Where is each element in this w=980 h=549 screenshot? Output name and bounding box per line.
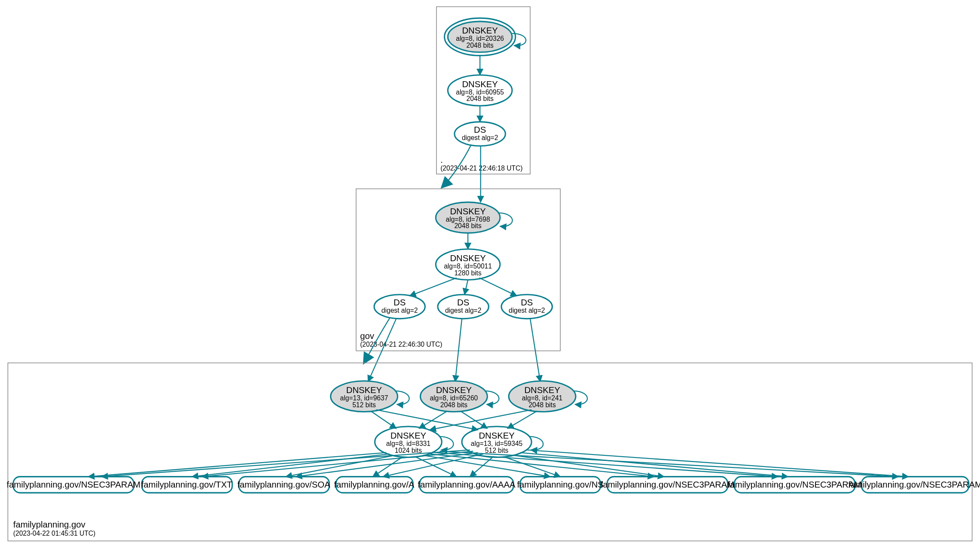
zone-gov-label: gov (360, 331, 375, 341)
node-rr-a: familyplanning.gov/A (334, 477, 414, 493)
node-gov-zsk: DNSKEY alg=8, id=50011 1280 bits (436, 249, 500, 280)
svg-text:alg=8, id=50011: alg=8, id=50011 (444, 262, 492, 270)
svg-text:digest alg=2: digest alg=2 (445, 307, 481, 314)
node-root-ksk: DNSKEY alg=8, id=20326 2048 bits (445, 18, 526, 55)
svg-text:2048 bits: 2048 bits (454, 222, 481, 229)
svg-text:DS: DS (457, 298, 469, 307)
node-rr-txt: familyplanning.gov/TXT (141, 477, 232, 493)
svg-line-83 (102, 450, 470, 476)
node-fp-ksk3: DNSKEY alg=8, id=241 2048 bits (509, 381, 587, 412)
node-fp-ksk1: DNSKEY alg=13, id=9637 512 bits (331, 381, 409, 412)
svg-line-84 (192, 454, 390, 477)
svg-text:DNSKEY: DNSKEY (436, 385, 472, 395)
svg-text:alg=8, id=7698: alg=8, id=7698 (446, 216, 490, 223)
node-root-zsk: DNSKEY alg=8, id=60955 2048 bits (448, 75, 512, 106)
svg-line-96 (435, 453, 778, 477)
node-fp-ksk2: DNSKEY alg=8, id=65260 2048 bits (420, 381, 499, 412)
svg-text:DNSKEY: DNSKEY (391, 431, 427, 440)
svg-text:familyplanning.gov/NS: familyplanning.gov/NS (517, 480, 603, 489)
svg-text:alg=8, id=60955: alg=8, id=60955 (456, 88, 504, 96)
node-rr-aaaa: familyplanning.gov/AAAA (418, 477, 516, 493)
node-gov-ds1: DS digest alg=2 (374, 295, 425, 319)
zone-fp-label: familyplanning.gov (13, 520, 86, 529)
svg-text:DS: DS (521, 298, 533, 307)
dnssec-diagram: . (2023-04-21 22:46:18 UTC) DNSKEY alg=8… (0, 0, 980, 549)
svg-text:DS: DS (474, 125, 486, 134)
svg-text:1024 bits: 1024 bits (395, 447, 422, 454)
node-gov-ksk: DNSKEY alg=8, id=7698 2048 bits (436, 202, 512, 233)
zone-root: . (2023-04-21 22:46:18 UTC) DNSKEY alg=8… (437, 7, 530, 174)
svg-text:alg=13, id=59345: alg=13, id=59345 (471, 440, 523, 447)
svg-text:DNSKEY: DNSKEY (450, 207, 486, 216)
svg-text:alg=8, id=65260: alg=8, id=65260 (430, 394, 478, 402)
svg-line-97 (520, 453, 788, 477)
svg-text:familyplanning.gov/A: familyplanning.gov/A (334, 480, 414, 489)
svg-text:DNSKEY: DNSKEY (462, 79, 498, 89)
svg-line-98 (440, 451, 899, 476)
svg-line-35 (464, 280, 468, 294)
svg-text:alg=13, id=9637: alg=13, id=9637 (340, 394, 388, 402)
node-gov-ds3: DS digest alg=2 (501, 295, 552, 319)
node-root-ds: DS digest alg=2 (455, 122, 505, 146)
edge-gov-ds3-to-fp (530, 319, 540, 382)
svg-text:digest alg=2: digest alg=2 (509, 307, 545, 314)
svg-line-61 (461, 411, 487, 429)
svg-line-60 (419, 411, 447, 429)
svg-text:DNSKEY: DNSKEY (346, 385, 382, 395)
zone-fp-timestamp: (2023-04-22 01:45:31 UTC) (13, 530, 95, 537)
node-rr-nsec3param-1: familyplanning.gov/NSEC3PARAM (6, 477, 140, 493)
svg-line-36 (479, 278, 517, 296)
svg-text:alg=8, id=241: alg=8, id=241 (522, 394, 562, 402)
svg-text:2048 bits: 2048 bits (528, 401, 556, 409)
node-gov-ds2: DS digest alg=2 (438, 295, 488, 319)
svg-text:familyplanning.gov/NSEC3PARAM: familyplanning.gov/NSEC3PARAM (601, 480, 734, 489)
svg-text:DNSKEY: DNSKEY (479, 431, 515, 440)
edge-gov-ds1-to-fp (368, 319, 396, 382)
node-rr-nsec3param-4: familyplanning.gov/NSEC3PARAM (848, 477, 980, 493)
svg-text:familyplanning.gov/TXT: familyplanning.gov/TXT (141, 480, 232, 489)
zone-root-label: . (440, 155, 443, 165)
zone-root-timestamp: (2023-04-21 22:46:18 UTC) (440, 165, 522, 172)
svg-text:DS: DS (394, 298, 406, 307)
edge-gov-ds2-to-fp (455, 319, 462, 382)
svg-text:DNSKEY: DNSKEY (524, 385, 560, 395)
svg-text:familyplanning.gov/NSEC3PARAM: familyplanning.gov/NSEC3PARAM (728, 480, 861, 489)
svg-text:512 bits: 512 bits (485, 447, 509, 454)
svg-text:digest alg=2: digest alg=2 (462, 134, 498, 141)
svg-text:DNSKEY: DNSKEY (450, 253, 486, 263)
node-rr-nsec3param-3: familyplanning.gov/NSEC3PARAM (728, 477, 861, 493)
svg-text:alg=8, id=8331: alg=8, id=8331 (386, 440, 430, 447)
svg-text:2048 bits: 2048 bits (440, 401, 467, 409)
svg-text:familyplanning.gov/AAAA: familyplanning.gov/AAAA (418, 480, 516, 489)
svg-text:2048 bits: 2048 bits (467, 42, 494, 49)
svg-text:familyplanning.gov/SOA: familyplanning.gov/SOA (237, 480, 330, 489)
svg-line-34 (409, 278, 456, 296)
svg-line-58 (371, 411, 396, 429)
svg-text:512 bits: 512 bits (352, 401, 376, 409)
node-rr-ns: familyplanning.gov/NS (517, 477, 603, 493)
zone-familyplanning: familyplanning.gov (2023-04-22 01:45:31 … (6, 363, 980, 541)
svg-text:familyplanning.gov/NSEC3PARAM: familyplanning.gov/NSEC3PARAM (6, 480, 140, 489)
svg-text:2048 bits: 2048 bits (467, 95, 494, 102)
node-rr-soa: familyplanning.gov/SOA (237, 477, 330, 493)
node-rr-nsec3param-2: familyplanning.gov/NSEC3PARAM (601, 477, 734, 493)
zone-gov: gov (2023-04-21 22:46:30 UTC) DNSKEY alg… (356, 189, 560, 351)
svg-text:alg=8, id=20326: alg=8, id=20326 (456, 35, 504, 42)
svg-text:DNSKEY: DNSKEY (462, 26, 498, 35)
svg-text:1280 bits: 1280 bits (454, 269, 481, 277)
svg-text:familyplanning.gov/NSEC3PARAM: familyplanning.gov/NSEC3PARAM (848, 480, 980, 489)
svg-text:digest alg=2: digest alg=2 (382, 307, 418, 314)
